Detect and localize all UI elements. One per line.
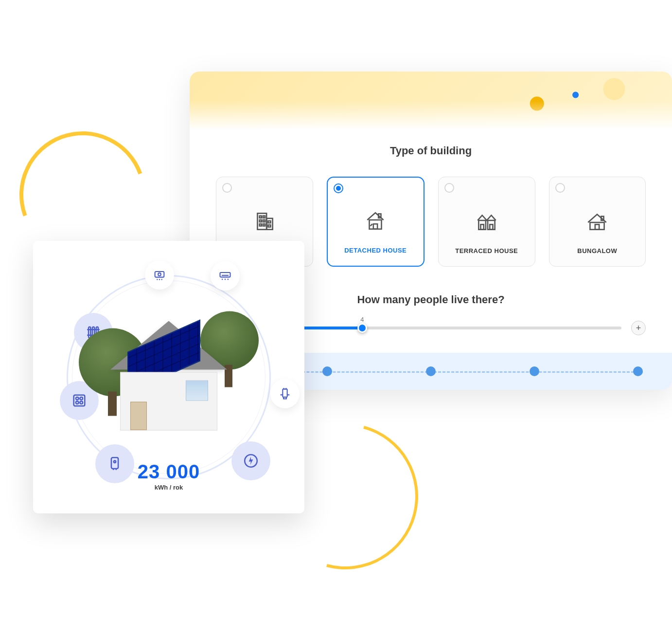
svg-rect-8 (268, 221, 270, 223)
flat-icon (252, 209, 277, 234)
svg-point-30 (80, 401, 83, 404)
option-terraced-house[interactable]: TERRACED HOUSE (438, 177, 535, 267)
boiler-icon[interactable] (95, 444, 134, 483)
svg-rect-15 (480, 224, 483, 229)
option-detached-house[interactable]: DETACHED HOUSE (327, 177, 425, 267)
svg-rect-31 (283, 389, 287, 397)
option-label: BUNGALOW (577, 247, 617, 255)
svg-rect-32 (283, 397, 286, 399)
svg-rect-3 (263, 216, 265, 218)
heater-icon[interactable] (145, 260, 174, 290)
svg-point-21 (158, 273, 161, 276)
svg-rect-4 (259, 220, 261, 222)
svg-rect-11 (373, 224, 377, 229)
svg-rect-1 (266, 218, 273, 230)
svg-rect-18 (595, 224, 599, 229)
progress-step (633, 366, 643, 376)
option-label: DETACHED HOUSE (344, 247, 407, 254)
svg-rect-26 (74, 395, 85, 406)
slider-value-label: 4 (360, 316, 364, 323)
ac-icon[interactable] (211, 261, 240, 291)
terraced-house-icon (475, 209, 499, 234)
svg-point-29 (76, 401, 79, 404)
pump-icon[interactable] (270, 379, 300, 408)
svg-rect-22 (220, 273, 230, 277)
energy-unit: kWh / rok (138, 484, 200, 491)
progress-step (322, 366, 332, 376)
svg-rect-2 (259, 216, 261, 218)
power-icon[interactable] (231, 441, 270, 480)
panel-decorative-header (190, 72, 672, 130)
svg-point-34 (114, 461, 116, 463)
svg-rect-17 (590, 222, 604, 230)
svg-rect-16 (490, 224, 493, 229)
option-bungalow[interactable]: BUNGALOW (549, 177, 646, 267)
building-type-heading: Type of building (190, 145, 672, 157)
svg-rect-7 (263, 224, 265, 226)
radio-icon (444, 183, 454, 193)
svg-point-27 (76, 397, 79, 400)
radio-icon (222, 183, 232, 193)
slider-thumb[interactable] (357, 323, 367, 333)
energy-readout: 23 000 kWh / rok (138, 461, 200, 491)
bungalow-icon (585, 209, 609, 234)
progress-step (530, 366, 539, 376)
energy-consumption-card: 23 000 kWh / rok (33, 241, 304, 513)
svg-rect-5 (263, 220, 265, 222)
svg-point-28 (80, 397, 83, 400)
detached-house-icon (363, 209, 388, 233)
energy-value: 23 000 (138, 461, 200, 483)
house-illustration (93, 309, 244, 436)
radio-icon (555, 183, 565, 193)
svg-rect-6 (259, 224, 261, 226)
radio-icon (334, 183, 343, 193)
option-label: TERRACED HOUSE (455, 247, 518, 255)
svg-rect-20 (155, 272, 164, 277)
increment-button[interactable]: + (631, 321, 646, 335)
svg-rect-9 (268, 225, 270, 227)
progress-step (426, 366, 436, 376)
